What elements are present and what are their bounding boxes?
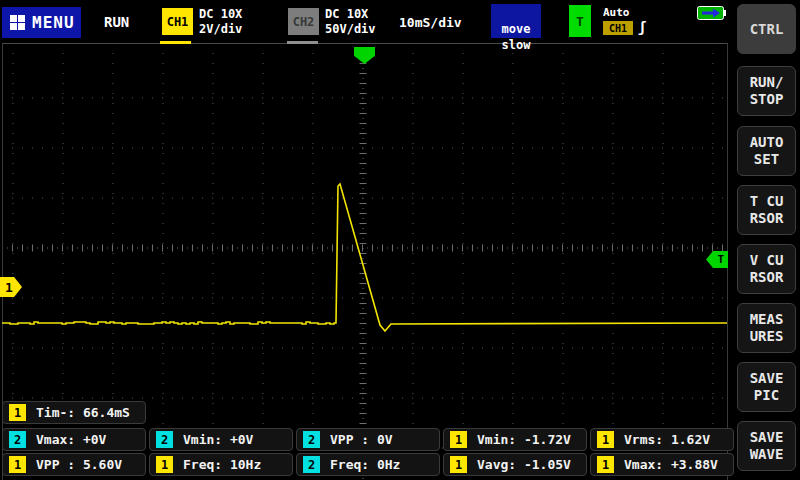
measurement-text: Vmin: +0V [183,432,253,447]
move-speed-label: move slow [502,22,531,52]
move-speed-button[interactable]: move slow [491,4,541,38]
channel-badge: 1 [597,456,614,473]
trigger-source-label: CH1 [609,23,627,34]
ch2-badge[interactable]: CH2 [288,8,319,35]
measures-button[interactable]: MEAS URES [737,303,796,353]
timebase-setting[interactable]: 10mS/div [399,15,462,30]
menu-grid-icon [10,15,25,30]
trigger-badge-label: T [576,14,584,29]
ch1-scale: 2V/div [199,22,242,36]
measurement-text: Vavg: -1.05V [477,457,571,472]
channel-badge: 1 [9,456,26,473]
measurement-text: Vmax: +0V [36,432,106,447]
ch1-waveform-trace [2,184,727,331]
save-pic-button[interactable]: SAVE PIC [737,362,796,412]
channel-badge: 2 [303,456,320,473]
measurement-ch1-vrms: 1 Vrms: 1.62V [590,428,734,451]
t-cursor-label: T CU RSOR [750,193,784,227]
trigger-mode: Auto [603,6,630,19]
ch2-scale: 50V/div [325,22,376,36]
auto-set-button[interactable]: AUTO SET [737,126,796,176]
measurement-tim: 1 Tim-: 66.4mS [2,401,146,424]
measurement-ch1-freq: 1 Freq: 10Hz [149,453,293,476]
channel-badge: 1 [450,431,467,448]
ch2-settings: DC 10X 50V/div [325,7,376,37]
ch1-underline-indicator [160,41,191,44]
auto-set-label: AUTO SET [750,134,784,168]
channel-badge: 2 [303,431,320,448]
oscilloscope-screen: 1 T MENU RUN CH1 DC 10X 2V/div CH2 DC 10… [0,0,800,480]
v-cursor-button[interactable]: V CU RSOR [737,244,796,294]
ch2-badge-label: CH2 [293,15,315,29]
ch2-coupling: DC 10X [325,7,368,21]
menu-label: MENU [32,13,75,32]
channel-badge: 1 [597,431,614,448]
measurement-text: VPP : 0V [330,432,393,447]
measurement-text: Freq: 10Hz [183,457,261,472]
save-wave-label: SAVE WAVE [750,429,784,463]
battery-charging-icon [697,6,726,20]
measurement-text: VPP : 5.60V [36,457,122,472]
channel-badge: 1 [9,404,26,421]
top-bar: MENU RUN CH1 DC 10X 2V/div CH2 DC 10X 50… [0,0,800,43]
t-cursor-button[interactable]: T CU RSOR [737,185,796,235]
channel-badge: 2 [9,431,26,448]
trigger-badge[interactable]: T [569,5,591,37]
trigger-source-badge[interactable]: CH1 [603,21,633,35]
ch1-badge-label: CH1 [167,15,189,29]
ctrl-button[interactable]: CTRL [737,4,796,54]
ch2-underline-indicator [287,41,318,44]
measurement-ch2-vmin: 2 Vmin: +0V [149,428,293,451]
measurement-ch1-vavg: 1 Vavg: -1.05V [443,453,587,476]
channel-badge: 1 [450,456,467,473]
measurement-text: Freq: 0Hz [330,457,400,472]
trigger-slope-icon: ʃ [638,19,646,35]
save-pic-label: SAVE PIC [750,370,784,404]
save-wave-button[interactable]: SAVE WAVE [737,421,796,471]
measurement-text: Tim-: 66.4mS [36,405,130,420]
menu-button[interactable]: MENU [2,7,81,38]
measurement-ch2-vpp: 2 VPP : 0V [296,428,440,451]
ctrl-label: CTRL [750,21,784,38]
measurement-ch2-freq: 2 Freq: 0Hz [296,453,440,476]
measures-label: MEAS URES [750,311,784,345]
ch1-badge[interactable]: CH1 [162,8,193,35]
measurement-ch1-vpp: 1 VPP : 5.60V [2,453,146,476]
run-stop-button[interactable]: RUN/ STOP [737,66,796,116]
ch1-marker-label: 1 [5,280,13,295]
v-cursor-label: V CU RSOR [750,252,784,286]
measurement-ch1-vmin: 1 Vmin: -1.72V [443,428,587,451]
measurement-text: Vmin: -1.72V [477,432,571,447]
measurement-text: Vmax: +3.88V [624,457,718,472]
measurement-ch2-vmax: 2 Vmax: +0V [2,428,146,451]
measurement-ch1-vmax: 1 Vmax: +3.88V [590,453,734,476]
measurement-text: Vrms: 1.62V [624,432,710,447]
channel-badge: 1 [156,456,173,473]
channel-badge: 2 [156,431,173,448]
run-stop-label: RUN/ STOP [750,74,784,108]
ch1-settings: DC 10X 2V/div [199,7,242,37]
trigger-marker-label: T [717,253,724,266]
ch1-coupling: DC 10X [199,7,242,21]
acquisition-status: RUN [104,14,129,30]
